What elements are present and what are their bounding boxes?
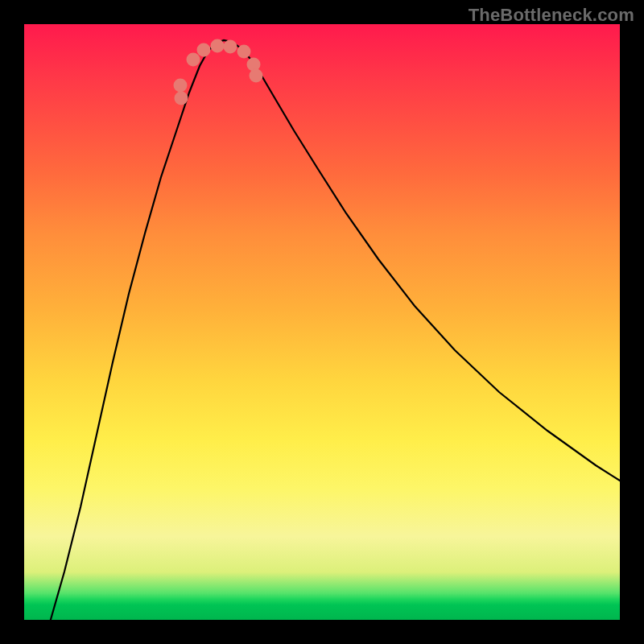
plot-area	[24, 24, 620, 620]
watermark-text: TheBottleneck.com	[469, 5, 634, 26]
marker-dot	[237, 45, 251, 59]
marker-dots-group	[174, 39, 263, 105]
bottleneck-curve	[48, 40, 620, 628]
curve-svg	[24, 24, 620, 620]
marker-dot	[224, 40, 237, 54]
marker-dot	[197, 43, 211, 57]
marker-dot	[247, 58, 261, 72]
marker-dot	[174, 79, 188, 93]
marker-dot	[175, 92, 188, 105]
marker-dot	[250, 69, 263, 83]
marker-dot	[211, 39, 225, 53]
marker-dot	[187, 53, 200, 67]
chart-frame: TheBottleneck.com	[0, 0, 644, 644]
